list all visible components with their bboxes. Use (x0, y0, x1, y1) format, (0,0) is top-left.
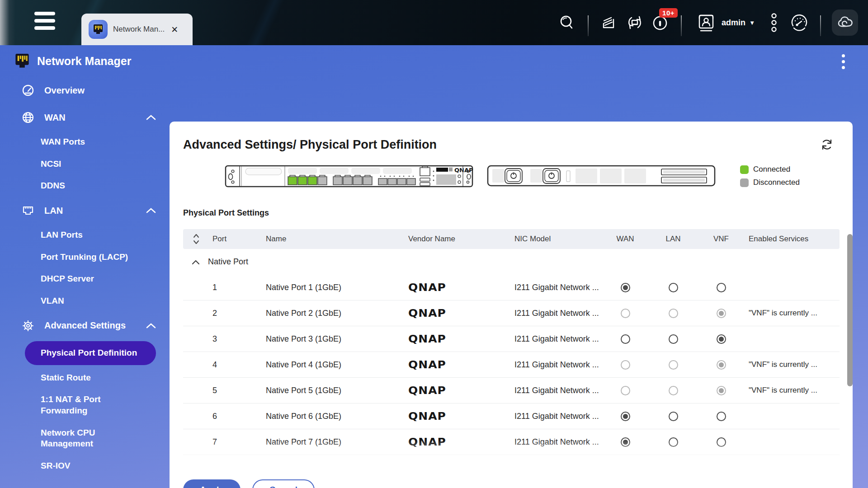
refresh-icon[interactable] (820, 138, 834, 151)
resource-monitor-icon[interactable] (787, 10, 812, 35)
app-tab-network-manager[interactable]: Network Man... ✕ (81, 14, 193, 45)
wan-radio[interactable] (621, 463, 630, 473)
vnf-radio[interactable] (717, 309, 726, 318)
lan-radio[interactable] (669, 463, 678, 473)
sidebar-item-nat-port-forwarding[interactable]: 1:1 NAT & Port Forwarding (0, 389, 149, 422)
collapse-group-icon[interactable] (183, 259, 208, 265)
col-lan[interactable]: LAN (649, 235, 697, 244)
sidebar-item-advanced-settings[interactable]: Advanced Settings (0, 312, 170, 339)
col-enabled-services[interactable]: Enabled Services (745, 235, 840, 244)
table-scrollbar[interactable] (847, 234, 853, 386)
wan-radio[interactable] (621, 309, 630, 318)
lan-radio[interactable] (669, 309, 678, 318)
vnf-radio[interactable] (717, 412, 726, 421)
sidebar-item-lan-ports[interactable]: LAN Ports (0, 224, 170, 246)
vnf-radio[interactable] (717, 360, 726, 370)
cancel-button[interactable]: Cancel (252, 479, 315, 488)
vnf-radio[interactable] (717, 334, 726, 344)
chevron-up-icon[interactable] (145, 207, 157, 214)
lan-radio[interactable] (669, 334, 678, 344)
vnf-radio[interactable] (717, 283, 726, 292)
sidebar-item-port-trunking[interactable]: Port Trunking (LACP) (0, 246, 170, 268)
vendor-logo: QNAP (408, 333, 446, 345)
table-row[interactable]: 5 Native Port 5 (1GbE) QNAP I211 Gigabit… (183, 378, 840, 404)
table-row[interactable]: 8 Native Port 8 (1GbE) QNAP I211 Gigabit… (183, 455, 840, 472)
port-name: Native Port 5 (1GbE) (262, 386, 405, 395)
table-row[interactable]: 7 Native Port 7 (1GbE) QNAP I211 Gigabit… (183, 429, 840, 455)
notifications-icon[interactable]: 10+ (647, 10, 673, 35)
wan-radio[interactable] (621, 386, 630, 395)
lan-radio[interactable] (669, 360, 678, 370)
col-nic-model[interactable]: NIC Model (511, 235, 601, 244)
vnf-radio[interactable] (717, 386, 726, 395)
vendor-logo: QNAP (408, 359, 446, 371)
sidebar-item-ncsi[interactable]: NCSI (0, 153, 170, 175)
sidebar-item-lan[interactable]: LAN (0, 197, 170, 224)
disconnected-label: Disconnected (753, 178, 800, 187)
backup-sync-icon[interactable] (622, 10, 647, 35)
col-vnf[interactable]: VNF (697, 235, 745, 244)
wan-radio[interactable] (621, 283, 630, 292)
wan-radio[interactable] (621, 437, 630, 447)
main-menu-button[interactable] (34, 12, 55, 33)
sidebar-item-overview[interactable]: Overview (0, 77, 170, 104)
col-wan[interactable]: WAN (601, 235, 649, 244)
chevron-up-icon[interactable] (145, 322, 157, 329)
sidebar-item-network-cpu-management[interactable]: Network CPU Management (0, 422, 149, 455)
sidebar-item-static-route[interactable]: Static Route (0, 367, 170, 389)
more-options-icon[interactable] (761, 10, 787, 35)
gear-icon (22, 319, 34, 332)
table-row[interactable]: 6 Native Port 6 (1GbE) QNAP I211 Gigabit… (183, 404, 840, 429)
sidebar-item-sr-iov[interactable]: SR-IOV (0, 455, 170, 477)
wan-radio[interactable] (621, 412, 630, 421)
event-log-icon[interactable] (597, 10, 622, 35)
table-row[interactable]: 2 Native Port 2 (1GbE) QNAP I211 Gigabit… (183, 300, 840, 326)
vnf-radio[interactable] (717, 437, 726, 447)
table-row[interactable]: 4 Native Port 4 (1GbE) QNAP I211 Gigabit… (183, 352, 840, 378)
lan-radio[interactable] (669, 412, 678, 421)
apply-button[interactable]: Apply (183, 479, 241, 488)
sidebar-item-dhcp-server[interactable]: DHCP Server (0, 268, 170, 290)
table-row[interactable]: 1 Native Port 1 (1GbE) QNAP I211 Gigabit… (183, 275, 840, 300)
nic-model: I211 Gigabit Network ... (511, 412, 601, 421)
app-more-options-icon[interactable] (836, 52, 850, 70)
sidebar-item-wan[interactable]: WAN (0, 104, 170, 131)
svg-text:QNAP: QNAP (454, 167, 473, 174)
lan-radio[interactable] (669, 386, 678, 395)
enabled-services-text: "VNF" is currently ... (745, 360, 840, 369)
nic-model: I211 Gigabit Network ... (511, 334, 601, 344)
search-icon[interactable] (554, 10, 580, 35)
sidebar-item-physical-port-definition[interactable]: Physical Port Definition (25, 341, 156, 365)
tab-close-icon[interactable]: ✕ (171, 24, 178, 35)
lan-radio[interactable] (669, 437, 678, 447)
wan-radio[interactable] (621, 360, 630, 370)
sort-icon[interactable] (183, 233, 208, 245)
ethernet-icon (22, 204, 34, 217)
sidebar-item-wan-ports[interactable]: WAN Ports (0, 131, 170, 153)
group-row-native-port[interactable]: Native Port (183, 249, 840, 275)
vnf-radio[interactable] (717, 463, 726, 473)
app-header: Network Manager (0, 45, 868, 77)
sidebar: Overview WAN WAN Ports NCSI DDNS LAN (0, 77, 170, 488)
port-name: Native Port 3 (1GbE) (262, 334, 405, 344)
section-title: Physical Port Settings (183, 208, 269, 218)
vendor-logo: QNAP (408, 385, 446, 397)
col-vendor-name[interactable]: Vendor Name (405, 235, 511, 244)
chevron-up-icon[interactable] (145, 114, 157, 121)
sidebar-item-vlan[interactable]: VLAN (0, 290, 170, 312)
table-row[interactable]: 3 Native Port 3 (1GbE) QNAP I211 Gigabit… (183, 326, 840, 352)
vendor-logo: QNAP (408, 462, 446, 472)
port-name: Native Port 4 (1GbE) (262, 360, 405, 370)
col-name[interactable]: Name (262, 235, 405, 244)
vendor-logo: QNAP (408, 282, 446, 294)
port-number: 5 (208, 386, 262, 395)
user-menu[interactable]: admin ▼ (696, 12, 755, 33)
lan-radio[interactable] (669, 283, 678, 292)
col-port[interactable]: Port (208, 235, 262, 244)
myqnapcloud-icon[interactable] (832, 9, 858, 36)
sidebar-item-ddns[interactable]: DDNS (0, 175, 170, 197)
page-title: Advanced Settings/ Physical Port Definit… (183, 138, 437, 152)
status-legend: Connected Disconnected (740, 165, 800, 191)
wan-radio[interactable] (621, 334, 630, 344)
network-manager-logo (14, 52, 31, 70)
